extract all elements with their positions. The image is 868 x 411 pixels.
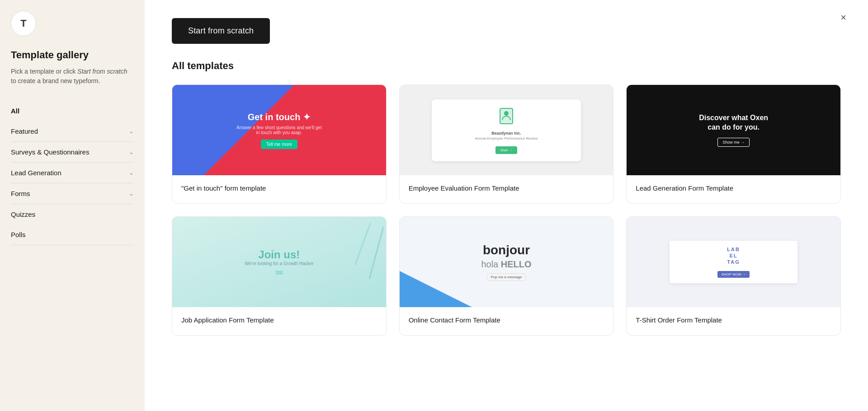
card-preview-job-app: Join us! We're looking for a Growth Hack… (172, 217, 386, 307)
template-title-get-in-touch: "Get in touch" form template (181, 183, 377, 193)
template-title-online-contact: Online Contact Form Template (409, 315, 604, 325)
section-title: All templates (172, 60, 841, 72)
chevron-down-icon: ⌄ (129, 149, 134, 155)
card-preview-lead-gen: Discover what Oxencan do for you. Show m… (627, 85, 840, 175)
card-preview-get-in-touch: Get in touch ✦ Answer a few short questi… (172, 85, 386, 175)
employee-icon (441, 107, 572, 128)
template-card-lead-gen[interactable]: Discover what Oxencan do for you. Show m… (626, 84, 841, 204)
preview-show-me-button: Show me → (717, 138, 750, 147)
preview-shop-now-button: SHOP NOW → (717, 271, 750, 278)
preview-pop-message-button: Pop me a message (487, 273, 526, 281)
sidebar-item-surveys[interactable]: Surveys & Questionnaires ⌄ (11, 142, 134, 163)
main-content: × Start from scratch All templates Get i… (145, 0, 868, 411)
sidebar: T Template gallery Pick a template or cl… (0, 0, 145, 411)
preview-start-button: Start → (495, 146, 517, 154)
avatar: T (11, 11, 36, 36)
template-card-get-in-touch[interactable]: Get in touch ✦ Answer a few short questi… (172, 84, 387, 204)
start-from-scratch-button[interactable]: Start from scratch (172, 18, 270, 44)
card-preview-online-contact: bonjour hola HELLO Pop me a message (400, 217, 613, 307)
sidebar-item-quizzes[interactable]: Quizzes (11, 204, 134, 224)
template-title-lead-gen: Lead Generation Form Template (636, 183, 831, 193)
card-preview-employee-eval: Beazdynan Inc. Annual Employee Performan… (400, 85, 613, 175)
chevron-down-icon: ⌄ (129, 128, 134, 135)
template-card-online-contact[interactable]: bonjour hola HELLO Pop me a message Onli… (399, 216, 614, 336)
preview-tell-me-more-button: Tell me more (261, 140, 297, 149)
chevron-down-icon: ⌄ (129, 190, 134, 197)
sidebar-item-all[interactable]: All (11, 101, 134, 121)
preview-yes-button: Yes! (275, 270, 283, 274)
template-card-job-app[interactable]: Join us! We're looking for a Growth Hack… (172, 216, 387, 336)
template-card-employee-eval[interactable]: Beazdynan Inc. Annual Employee Performan… (399, 84, 614, 204)
sidebar-item-lead-generation[interactable]: Lead Generation ⌄ (11, 163, 134, 183)
triangle-decoration (400, 271, 472, 307)
chevron-down-icon: ⌄ (129, 169, 134, 176)
template-card-tshirt[interactable]: LABELTAG SHOP NOW → T-Shirt Order Form T… (626, 216, 841, 336)
template-grid: Get in touch ✦ Answer a few short questi… (172, 84, 841, 336)
close-button[interactable]: × (837, 11, 850, 24)
template-title-tshirt: T-Shirt Order Form Template (636, 315, 831, 325)
sidebar-description: Pick a template or click Start from scra… (11, 67, 134, 86)
template-title-job-app: Job Application Form Template (181, 315, 377, 325)
sidebar-item-featured[interactable]: Featured ⌄ (11, 121, 134, 142)
sidebar-item-forms[interactable]: Forms ⌄ (11, 183, 134, 204)
sidebar-item-polls[interactable]: Polls (11, 224, 134, 245)
template-title-employee-eval: Employee Evaluation Form Template (409, 183, 604, 193)
sidebar-title: Template gallery (11, 49, 134, 61)
sidebar-nav: All Featured ⌄ Surveys & Questionnaires … (11, 101, 134, 245)
svg-point-2 (504, 111, 509, 116)
card-preview-tshirt: LABELTAG SHOP NOW → (627, 217, 840, 307)
